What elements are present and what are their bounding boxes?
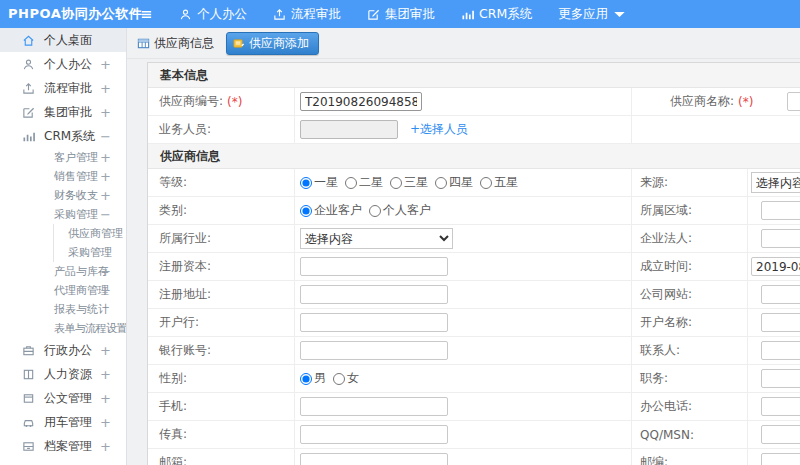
app-brand: PHPOA协同办公软件 bbox=[0, 5, 132, 23]
sidebar-item-label: CRM系统 bbox=[44, 128, 95, 145]
sidebar-item-13[interactable]: 报表与统计 bbox=[0, 300, 126, 319]
menu-icon[interactable] bbox=[140, 8, 153, 21]
select-input[interactable]: 选择内容 bbox=[751, 172, 800, 193]
text-input[interactable] bbox=[761, 313, 800, 332]
top-nav-item-1[interactable]: 流程审批 bbox=[273, 6, 341, 23]
radio-option[interactable]: 一星 bbox=[300, 174, 338, 191]
sidebar-item-label: 采购管理 bbox=[54, 207, 98, 222]
sidebar-item-18[interactable]: 用车管理+ bbox=[0, 410, 126, 434]
sidebar-item-7[interactable]: 财务收支+ bbox=[0, 186, 126, 205]
select-person-link[interactable]: +选择人员 bbox=[410, 121, 468, 138]
sidebar-item-8[interactable]: 采购管理− bbox=[0, 205, 126, 224]
radio-option[interactable]: 男 bbox=[300, 370, 326, 387]
radio-input[interactable] bbox=[435, 177, 447, 189]
radio-label: 三星 bbox=[404, 174, 428, 191]
text-input[interactable] bbox=[761, 229, 800, 248]
expand-toggle-icon[interactable]: + bbox=[100, 188, 111, 203]
staff-input[interactable] bbox=[300, 120, 398, 139]
radio-option[interactable]: 四星 bbox=[435, 174, 473, 191]
expand-toggle-icon[interactable]: + bbox=[100, 343, 111, 358]
field-label-cell: 来源: bbox=[632, 169, 748, 196]
sidebar-item-15[interactable]: 行政办公+ bbox=[0, 338, 126, 362]
sidebar-item-9[interactable]: 供应商管理 bbox=[0, 224, 126, 243]
expand-toggle-icon[interactable]: − bbox=[100, 129, 111, 144]
field-label-cell: 注册资本: bbox=[148, 253, 295, 280]
hr-icon bbox=[22, 368, 35, 381]
top-nav-label: CRM系统 bbox=[479, 6, 532, 23]
expand-toggle-icon[interactable]: + bbox=[100, 169, 111, 184]
radio-option[interactable]: 个人客户 bbox=[369, 202, 431, 219]
sidebar-item-11[interactable]: 产品与库存+ bbox=[0, 262, 126, 281]
expand-toggle-icon[interactable]: + bbox=[100, 264, 111, 279]
sidebar-item-label: 行政办公 bbox=[44, 342, 92, 359]
form-row: 供应商编号:(*)供应商名称:(*) bbox=[148, 88, 800, 116]
expand-toggle-icon[interactable]: + bbox=[100, 150, 111, 165]
text-input[interactable] bbox=[751, 257, 800, 276]
radio-option[interactable]: 企业客户 bbox=[300, 202, 362, 219]
sidebar-item-3[interactable]: 集团审批+ bbox=[0, 100, 126, 124]
text-input[interactable] bbox=[300, 341, 448, 360]
text-input[interactable] bbox=[761, 397, 800, 416]
tab-1[interactable]: 供应商添加 bbox=[226, 32, 319, 55]
top-nav-item-4[interactable]: 更多应用 bbox=[558, 6, 626, 23]
sidebar-item-label: 档案管理 bbox=[44, 438, 92, 455]
text-input[interactable] bbox=[300, 397, 448, 416]
text-input[interactable] bbox=[761, 201, 800, 220]
sidebar-item-1[interactable]: 个人办公+ bbox=[0, 52, 126, 76]
radio-input[interactable] bbox=[345, 177, 357, 189]
expand-toggle-icon[interactable]: + bbox=[100, 105, 111, 120]
radio-input[interactable] bbox=[300, 177, 312, 189]
radio-input[interactable] bbox=[300, 373, 312, 385]
text-input[interactable] bbox=[761, 425, 800, 444]
tab-0[interactable]: 供应商信息 bbox=[137, 35, 214, 52]
text-input[interactable] bbox=[300, 453, 448, 465]
sidebar-item-4[interactable]: CRM系统− bbox=[0, 124, 126, 148]
radio-input[interactable] bbox=[369, 205, 381, 217]
field-label-cell: 所属行业: bbox=[148, 225, 295, 252]
top-nav-item-3[interactable]: CRM系统 bbox=[461, 6, 532, 23]
expand-toggle-icon[interactable]: + bbox=[100, 439, 111, 454]
text-input[interactable] bbox=[761, 453, 800, 465]
sidebar-item-2[interactable]: 流程审批+ bbox=[0, 76, 126, 100]
radio-input[interactable] bbox=[333, 373, 345, 385]
text-input[interactable] bbox=[761, 369, 800, 388]
expand-toggle-icon[interactable]: + bbox=[100, 391, 111, 406]
select-input[interactable]: 选择内容 bbox=[300, 228, 453, 249]
radio-option[interactable]: 女 bbox=[333, 370, 359, 387]
sidebar-item-5[interactable]: 客户管理+ bbox=[0, 148, 126, 167]
sidebar-item-19[interactable]: 档案管理+ bbox=[0, 434, 126, 458]
sidebar-item-10[interactable]: 采购管理 bbox=[0, 243, 126, 262]
text-input[interactable] bbox=[300, 285, 448, 304]
radio-input[interactable] bbox=[480, 177, 492, 189]
radio-option[interactable]: 五星 bbox=[480, 174, 518, 191]
expand-toggle-icon[interactable]: − bbox=[100, 207, 111, 222]
text-input[interactable] bbox=[761, 341, 800, 360]
sidebar-item-0[interactable]: 个人桌面 bbox=[0, 28, 126, 52]
expand-toggle-icon[interactable]: + bbox=[100, 367, 111, 382]
text-input[interactable] bbox=[300, 425, 448, 444]
radio-option[interactable]: 三星 bbox=[390, 174, 428, 191]
radio-input[interactable] bbox=[300, 205, 312, 217]
sidebar-item-17[interactable]: 公文管理+ bbox=[0, 386, 126, 410]
top-nav-item-2[interactable]: 集团审批 bbox=[367, 6, 435, 23]
text-input[interactable] bbox=[787, 92, 800, 111]
field-input-cell bbox=[748, 337, 800, 364]
field-label: 手机: bbox=[159, 398, 187, 415]
field-label: 业务人员: bbox=[159, 121, 211, 138]
form-row: 注册资本:成立时间: bbox=[148, 253, 800, 281]
text-input[interactable] bbox=[300, 313, 448, 332]
expand-toggle-icon[interactable]: + bbox=[100, 81, 111, 96]
top-nav-item-0[interactable]: 个人办公 bbox=[179, 6, 247, 23]
expand-toggle-icon[interactable]: + bbox=[100, 283, 111, 298]
radio-option[interactable]: 二星 bbox=[345, 174, 383, 191]
sidebar-item-12[interactable]: 代理商管理+ bbox=[0, 281, 126, 300]
sidebar-item-6[interactable]: 销售管理+ bbox=[0, 167, 126, 186]
sidebar-item-16[interactable]: 人力资源+ bbox=[0, 362, 126, 386]
text-input[interactable] bbox=[300, 257, 448, 276]
expand-toggle-icon[interactable]: + bbox=[100, 415, 111, 430]
text-input[interactable] bbox=[300, 92, 422, 111]
sidebar-item-14[interactable]: 表单与流程设置+ bbox=[0, 319, 126, 338]
text-input[interactable] bbox=[761, 285, 800, 304]
expand-toggle-icon[interactable]: + bbox=[100, 57, 111, 72]
radio-input[interactable] bbox=[390, 177, 402, 189]
